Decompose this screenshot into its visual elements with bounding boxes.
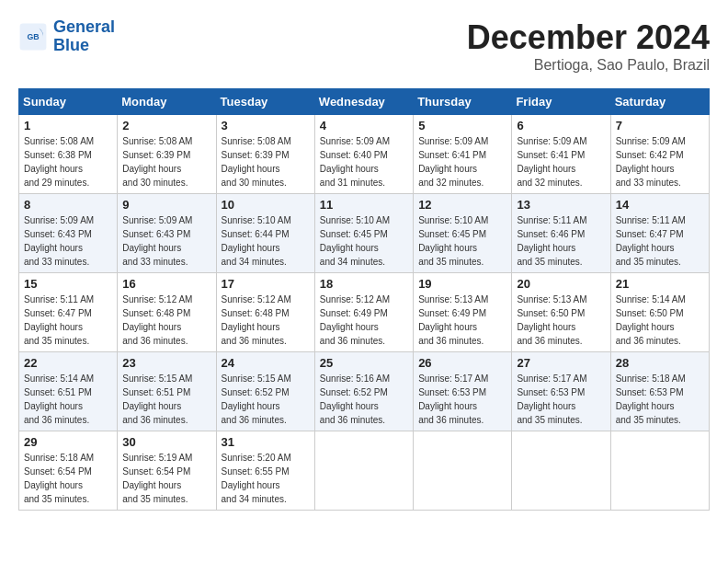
calendar-week-row: 15 Sunrise: 5:11 AM Sunset: 6:47 PM Dayl… [19,273,710,352]
day-number: 3 [222,119,310,132]
cell-info: Sunrise: 5:13 AM Sunset: 6:50 PM Dayligh… [517,293,605,348]
calendar-cell: 22 Sunrise: 5:14 AM Sunset: 6:51 PM Dayl… [19,352,118,431]
calendar-cell: 23 Sunrise: 5:15 AM Sunset: 6:51 PM Dayl… [118,352,216,431]
calendar-cell: 13 Sunrise: 5:11 AM Sunset: 6:46 PM Dayl… [512,194,610,273]
weekday-header: Monday [118,89,216,115]
cell-info: Sunrise: 5:09 AM Sunset: 6:40 PM Dayligh… [320,134,408,190]
calendar-cell: 28 Sunrise: 5:18 AM Sunset: 6:53 PM Dayl… [610,352,709,431]
day-number: 7 [616,119,704,132]
calendar-cell: 20 Sunrise: 5:13 AM Sunset: 6:50 PM Dayl… [512,273,610,352]
cell-info: Sunrise: 5:14 AM Sunset: 6:50 PM Dayligh… [616,293,704,348]
day-number: 19 [418,277,506,291]
calendar-cell: 4 Sunrise: 5:09 AM Sunset: 6:40 PM Dayli… [314,115,413,194]
calendar-cell: 17 Sunrise: 5:12 AM Sunset: 6:48 PM Dayl… [216,273,314,352]
day-number: 25 [320,356,408,370]
cell-info: Sunrise: 5:19 AM Sunset: 6:54 PM Dayligh… [122,451,210,506]
cell-info: Sunrise: 5:09 AM Sunset: 6:41 PM Dayligh… [418,134,506,190]
calendar-cell: 26 Sunrise: 5:17 AM Sunset: 6:53 PM Dayl… [414,352,512,431]
calendar-cell [314,431,413,511]
calendar-cell [610,431,709,511]
cell-info: Sunrise: 5:11 AM Sunset: 6:46 PM Dayligh… [517,213,605,269]
day-number: 18 [320,277,408,291]
day-number: 26 [418,356,506,370]
day-number: 28 [616,356,704,370]
cell-info: Sunrise: 5:08 AM Sunset: 6:38 PM Dayligh… [24,134,112,190]
day-number: 17 [222,277,310,291]
calendar-cell: 25 Sunrise: 5:16 AM Sunset: 6:52 PM Dayl… [314,352,413,431]
cell-info: Sunrise: 5:12 AM Sunset: 6:48 PM Dayligh… [222,293,310,348]
day-number: 5 [418,119,506,132]
calendar-cell: 6 Sunrise: 5:09 AM Sunset: 6:41 PM Dayli… [512,115,610,194]
calendar-cell: 16 Sunrise: 5:12 AM Sunset: 6:48 PM Dayl… [118,273,216,352]
calendar-cell: 27 Sunrise: 5:17 AM Sunset: 6:53 PM Dayl… [512,352,610,431]
logo-general: General [53,17,115,36]
cell-info: Sunrise: 5:09 AM Sunset: 6:41 PM Dayligh… [517,134,605,190]
cell-info: Sunrise: 5:09 AM Sunset: 6:42 PM Dayligh… [616,134,704,190]
calendar-week-row: 8 Sunrise: 5:09 AM Sunset: 6:43 PM Dayli… [19,194,710,273]
day-number: 24 [222,356,310,370]
calendar-cell: 24 Sunrise: 5:15 AM Sunset: 6:52 PM Dayl… [216,352,314,431]
calendar-cell: 31 Sunrise: 5:20 AM Sunset: 6:55 PM Dayl… [216,431,314,511]
cell-info: Sunrise: 5:20 AM Sunset: 6:55 PM Dayligh… [222,451,310,506]
logo-icon: GB [18,22,48,52]
logo: GB General Blue [18,18,115,55]
day-number: 4 [320,119,408,132]
cell-info: Sunrise: 5:14 AM Sunset: 6:51 PM Dayligh… [24,372,112,427]
logo-blue: Blue [53,36,89,54]
calendar-cell: 19 Sunrise: 5:13 AM Sunset: 6:49 PM Dayl… [414,273,512,352]
day-number: 13 [517,198,605,212]
calendar-cell [512,431,610,511]
calendar-cell: 15 Sunrise: 5:11 AM Sunset: 6:47 PM Dayl… [19,273,118,352]
day-number: 21 [616,277,704,291]
weekday-header: Tuesday [216,89,314,115]
weekday-header: Friday [512,89,610,115]
calendar-cell: 21 Sunrise: 5:14 AM Sunset: 6:50 PM Dayl… [610,273,709,352]
day-number: 15 [24,277,112,291]
cell-info: Sunrise: 5:12 AM Sunset: 6:48 PM Dayligh… [122,293,210,348]
weekday-header: Thursday [414,89,512,115]
cell-info: Sunrise: 5:09 AM Sunset: 6:43 PM Dayligh… [122,213,210,269]
cell-info: Sunrise: 5:11 AM Sunset: 6:47 PM Dayligh… [24,293,112,348]
month-title: December 2024 [467,18,710,57]
page-header: GB General Blue December 2024 Bertioga, … [18,18,710,74]
cell-info: Sunrise: 5:08 AM Sunset: 6:39 PM Dayligh… [122,134,210,190]
day-number: 9 [122,198,210,212]
calendar-week-row: 29 Sunrise: 5:18 AM Sunset: 6:54 PM Dayl… [19,431,710,511]
calendar-cell: 5 Sunrise: 5:09 AM Sunset: 6:41 PM Dayli… [414,115,512,194]
calendar-cell: 8 Sunrise: 5:09 AM Sunset: 6:43 PM Dayli… [19,194,118,273]
day-number: 27 [517,356,605,370]
cell-info: Sunrise: 5:10 AM Sunset: 6:44 PM Dayligh… [222,213,310,269]
calendar-cell: 10 Sunrise: 5:10 AM Sunset: 6:44 PM Dayl… [216,194,314,273]
cell-info: Sunrise: 5:16 AM Sunset: 6:52 PM Dayligh… [320,372,408,427]
calendar-table: SundayMondayTuesdayWednesdayThursdayFrid… [18,88,710,511]
calendar-cell: 14 Sunrise: 5:11 AM Sunset: 6:47 PM Dayl… [610,194,709,273]
day-number: 6 [517,119,605,132]
day-number: 10 [222,198,310,212]
title-block: December 2024 Bertioga, Sao Paulo, Brazi… [467,18,710,74]
calendar-cell: 18 Sunrise: 5:12 AM Sunset: 6:49 PM Dayl… [314,273,413,352]
cell-info: Sunrise: 5:12 AM Sunset: 6:49 PM Dayligh… [320,293,408,348]
weekday-header: Sunday [19,89,118,115]
cell-info: Sunrise: 5:09 AM Sunset: 6:43 PM Dayligh… [24,213,112,269]
day-number: 1 [24,119,112,132]
day-number: 16 [122,277,210,291]
calendar-cell: 2 Sunrise: 5:08 AM Sunset: 6:39 PM Dayli… [118,115,216,194]
cell-info: Sunrise: 5:18 AM Sunset: 6:54 PM Dayligh… [24,451,112,506]
cell-info: Sunrise: 5:10 AM Sunset: 6:45 PM Dayligh… [320,213,408,269]
weekday-header-row: SundayMondayTuesdayWednesdayThursdayFrid… [19,89,710,115]
cell-info: Sunrise: 5:15 AM Sunset: 6:51 PM Dayligh… [122,372,210,427]
calendar-cell: 3 Sunrise: 5:08 AM Sunset: 6:39 PM Dayli… [216,115,314,194]
cell-info: Sunrise: 5:11 AM Sunset: 6:47 PM Dayligh… [616,213,704,269]
calendar-cell: 12 Sunrise: 5:10 AM Sunset: 6:45 PM Dayl… [414,194,512,273]
day-number: 22 [24,356,112,370]
day-number: 20 [517,277,605,291]
calendar-cell: 7 Sunrise: 5:09 AM Sunset: 6:42 PM Dayli… [610,115,709,194]
cell-info: Sunrise: 5:18 AM Sunset: 6:53 PM Dayligh… [616,372,704,427]
cell-info: Sunrise: 5:17 AM Sunset: 6:53 PM Dayligh… [517,372,605,427]
day-number: 30 [122,435,210,449]
calendar-week-row: 22 Sunrise: 5:14 AM Sunset: 6:51 PM Dayl… [19,352,710,431]
cell-info: Sunrise: 5:13 AM Sunset: 6:49 PM Dayligh… [418,293,506,348]
weekday-header: Wednesday [314,89,413,115]
calendar-cell: 9 Sunrise: 5:09 AM Sunset: 6:43 PM Dayli… [118,194,216,273]
weekday-header: Saturday [610,89,709,115]
